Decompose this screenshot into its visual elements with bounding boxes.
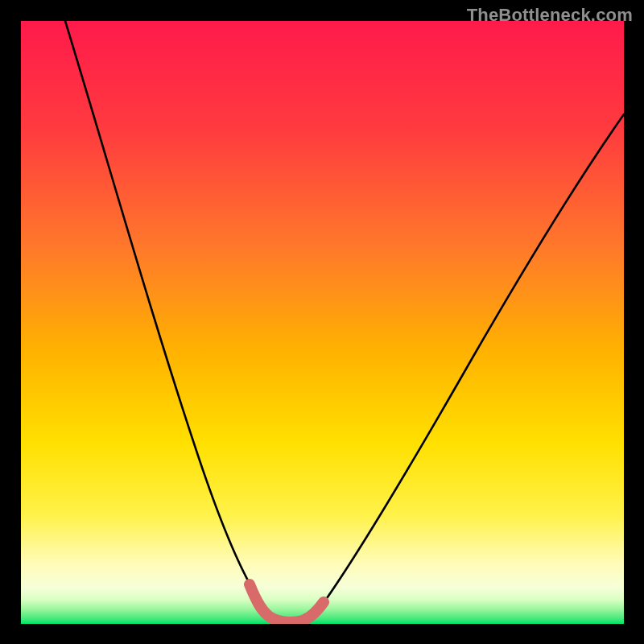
plot-area xyxy=(21,21,624,624)
chart-container: TheBottleneck.com xyxy=(0,0,644,644)
watermark-text: TheBottleneck.com xyxy=(467,5,633,26)
plot-svg xyxy=(21,21,624,624)
gradient-background xyxy=(21,21,624,624)
